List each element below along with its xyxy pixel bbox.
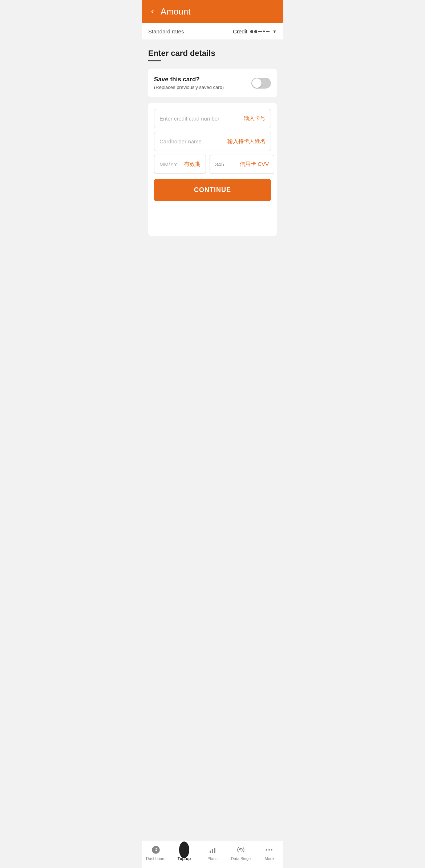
card-number-field[interactable]: 输入卡号 (154, 109, 271, 128)
main-content: Enter card details Save this card? (Repl… (142, 40, 283, 278)
chevron-down-icon: ▼ (272, 29, 277, 34)
dot-2 (254, 30, 257, 33)
standard-rates-label: Standard rates (148, 28, 184, 34)
extra-space (154, 201, 271, 230)
sub-header: Standard rates Credit ▼ (142, 23, 283, 40)
cvv-input[interactable] (215, 161, 237, 167)
card-number-hint: 输入卡号 (244, 115, 266, 122)
dot-3 (258, 31, 262, 32)
credit-card-dots (250, 30, 270, 33)
cardholder-name-field[interactable]: 输入持卡人姓名 (154, 132, 271, 151)
expiry-input[interactable] (159, 161, 181, 167)
dot-1 (250, 30, 253, 33)
page-header: Amount (142, 0, 283, 23)
toggle-knob (252, 78, 262, 88)
cardholder-name-input[interactable] (159, 138, 224, 144)
expiry-hint: 有效期 (184, 161, 201, 168)
section-title: Enter card details (148, 49, 277, 58)
save-card-section: Save this card? (Replaces previously sav… (148, 69, 277, 97)
credit-label: Credit (233, 28, 247, 34)
save-card-toggle[interactable] (251, 78, 271, 89)
back-button[interactable] (148, 7, 157, 16)
card-form: 输入卡号 输入持卡人姓名 有效期 信用卡 CVV CONTINUE (148, 103, 277, 236)
continue-button[interactable]: CONTINUE (154, 179, 271, 201)
expiry-cvv-row: 有效期 信用卡 CVV (154, 155, 271, 174)
credit-selector[interactable]: Credit ▼ (233, 28, 277, 34)
cvv-field[interactable]: 信用卡 CVV (210, 155, 274, 174)
card-number-input[interactable] (159, 115, 241, 122)
save-card-subtitle: (Replaces previously saved card) (154, 85, 224, 90)
save-card-title: Save this card? (154, 76, 224, 83)
page-title: Amount (161, 7, 191, 17)
cardholder-hint: 输入持卡人姓名 (227, 138, 266, 145)
bottom-spacer (148, 242, 277, 278)
dot-4 (263, 30, 265, 32)
expiry-field[interactable]: 有效期 (154, 155, 206, 174)
cvv-hint: 信用卡 CVV (240, 161, 269, 168)
dot-5 (266, 31, 270, 32)
section-title-underline (148, 60, 161, 61)
save-card-text: Save this card? (Replaces previously sav… (154, 76, 224, 90)
